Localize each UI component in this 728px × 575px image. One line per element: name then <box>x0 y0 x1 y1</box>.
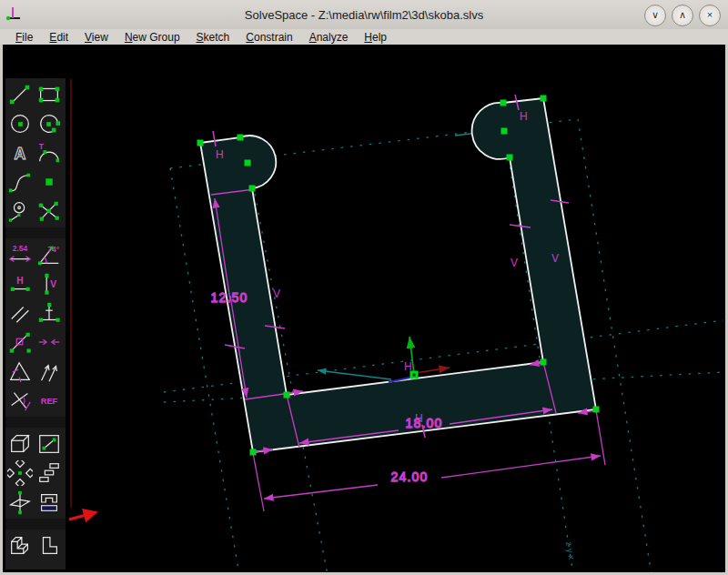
h-constraint-label[interactable]: H <box>216 148 224 161</box>
tangent-arc-tool-button[interactable]: T <box>36 140 62 166</box>
bezier-tool-button[interactable] <box>7 169 33 195</box>
view-onto-workplane-button[interactable] <box>36 533 62 559</box>
split-curves-tool-button[interactable] <box>36 198 62 224</box>
point-on-line-constraint-button[interactable] <box>7 329 33 355</box>
circle-tool-button[interactable] <box>7 111 33 136</box>
menu-bar: File Edit View New Group Sketch Constrai… <box>0 29 728 45</box>
equal-constraint-button[interactable] <box>7 358 33 384</box>
rectangle-tool-icon <box>36 82 62 107</box>
h-constraint-label[interactable]: H <box>415 412 423 425</box>
extrude-icon <box>36 489 62 515</box>
arc-tool-button[interactable] <box>36 111 62 136</box>
menu-edit[interactable]: Edit <box>41 31 76 44</box>
circle-tool-icon <box>7 111 33 136</box>
same-orientation-constraint-button[interactable] <box>36 358 62 384</box>
datum-point-tool-button[interactable] <box>36 169 62 195</box>
view-isometric-button[interactable] <box>7 533 33 559</box>
origin-x-axis <box>416 368 450 373</box>
other-angle-constraint-icon <box>7 388 33 413</box>
svg-text:T: T <box>39 142 45 151</box>
window-buttons: ∨ ∧ × <box>644 5 721 26</box>
bezier-tool-icon <box>7 169 33 195</box>
v-constraint-label[interactable]: V <box>511 257 518 269</box>
window-border-left <box>0 45 3 575</box>
dimension-label-24-00[interactable]: 24.00 <box>390 469 428 484</box>
toolbar-divider <box>5 227 66 238</box>
h-constraint-label[interactable]: H <box>404 360 412 373</box>
svg-text:H: H <box>16 276 23 286</box>
svg-text:2.54: 2.54 <box>13 244 28 253</box>
axis-label: zyx <box>564 541 577 563</box>
line-tool-button[interactable] <box>7 82 33 107</box>
arc-tool-icon <box>36 111 62 136</box>
equal-constraint-icon <box>7 358 33 384</box>
svg-text:A: A <box>15 145 26 163</box>
toolbar-divider <box>5 519 66 530</box>
construction-tool-button[interactable] <box>7 198 33 224</box>
datum-point-tool-icon <box>36 169 62 195</box>
window-title: SolveSpace - Z:\media\rw\film2\3d\skoba.… <box>0 8 728 22</box>
horizontal-constraint-icon: H <box>7 271 33 297</box>
symmetric-constraint-button[interactable] <box>36 329 62 355</box>
menu-new-group[interactable]: New Group <box>116 31 188 44</box>
sketch-in-new-workplane-button[interactable] <box>36 431 62 457</box>
maximize-button[interactable]: ∧ <box>672 5 693 26</box>
step-rotating-button[interactable] <box>7 460 33 486</box>
vertical-constraint-button[interactable]: V <box>36 271 62 297</box>
parallel-constraint-icon <box>7 300 33 326</box>
view-isometric-solid-icon <box>7 533 33 559</box>
dimension-label-12-50[interactable]: 12.50 <box>210 290 248 305</box>
toolbar-edge-highlight <box>70 79 72 508</box>
menu-analyze[interactable]: Analyze <box>301 31 357 44</box>
parallel-constraint-button[interactable] <box>7 300 33 326</box>
menu-sketch[interactable]: Sketch <box>188 31 238 44</box>
reference-dimension-button[interactable]: REF <box>36 388 62 413</box>
sketch-in-3d-icon <box>7 431 33 457</box>
svg-text:REF: REF <box>41 397 58 406</box>
close-button[interactable]: × <box>699 5 721 26</box>
tool-palette: A T <box>5 78 66 570</box>
sketch-canvas[interactable]: 12.50 18.00 24.00 <box>0 0 728 575</box>
title-bar[interactable]: SolveSpace - Z:\media\rw\film2\3d\skoba.… <box>0 0 728 30</box>
dimension-label-18-00[interactable]: 18.00 <box>405 416 442 430</box>
sketch-in-3d-button[interactable] <box>7 431 33 457</box>
menu-constrain[interactable]: Constrain <box>238 31 300 44</box>
shade-button[interactable]: ∨ <box>644 5 666 26</box>
extrude-button[interactable] <box>36 489 62 515</box>
distance-constraint-icon: 2.54 <box>7 242 33 267</box>
workplane-button[interactable] <box>7 489 33 515</box>
h-constraint-label[interactable]: H <box>520 110 528 123</box>
view-onto-workplane-flat-icon <box>36 533 62 559</box>
menu-help[interactable]: Help <box>356 31 395 44</box>
workplane-icon <box>7 489 33 515</box>
origin-point-center <box>413 374 416 377</box>
angle-constraint-icon: 74° <box>36 242 62 267</box>
step-rotating-icon <box>7 460 33 486</box>
red-annotation-arrow <box>69 512 96 520</box>
other-angle-constraint-button[interactable] <box>7 388 33 413</box>
angle-constraint-button[interactable]: 74° <box>36 242 62 267</box>
vertical-constraint-icon: V <box>36 271 62 297</box>
horizontal-constraint-button[interactable]: H <box>7 271 33 297</box>
menu-view[interactable]: View <box>76 31 116 44</box>
step-translating-button[interactable] <box>36 460 62 486</box>
rectangle-tool-button[interactable] <box>36 82 62 107</box>
split-curves-tool-icon <box>36 198 62 224</box>
same-orientation-constraint-icon <box>36 358 62 384</box>
sketch-in-new-workplane-icon <box>36 431 62 457</box>
point-on-line-constraint-icon <box>7 329 33 355</box>
menu-file[interactable]: File <box>7 31 41 44</box>
sketch-outline[interactable] <box>200 98 596 452</box>
v-constraint-label[interactable]: V <box>273 288 280 300</box>
perpendicular-constraint-button[interactable] <box>36 300 62 326</box>
construction-tool-icon <box>7 198 33 224</box>
line-tool-icon <box>7 82 33 107</box>
tangent-arc-tool-icon: T <box>36 140 62 166</box>
symmetric-constraint-icon <box>36 329 62 355</box>
app-icon <box>5 5 23 23</box>
step-translating-icon <box>36 460 62 486</box>
text-tool-button[interactable]: A <box>7 140 33 166</box>
svg-text:V: V <box>50 279 56 289</box>
v-constraint-label[interactable]: V <box>551 252 559 265</box>
distance-constraint-button[interactable]: 2.54 <box>7 242 33 267</box>
